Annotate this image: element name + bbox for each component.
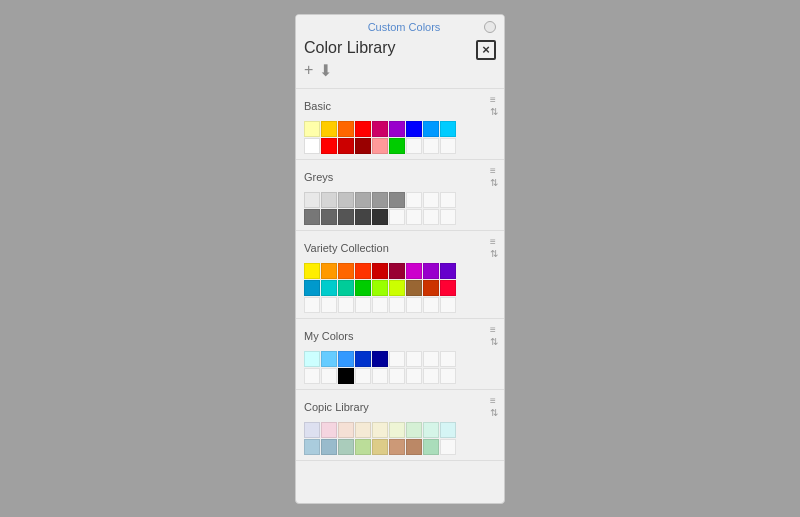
color-swatch[interactable]: [372, 439, 388, 455]
color-swatch[interactable]: [304, 439, 320, 455]
color-swatch-empty[interactable]: [372, 368, 388, 384]
color-swatch-empty[interactable]: [423, 351, 439, 367]
color-swatch[interactable]: [338, 439, 354, 455]
color-swatch-empty[interactable]: [440, 368, 456, 384]
color-swatch-empty[interactable]: [440, 439, 456, 455]
variety-expand-icon[interactable]: ⇅: [490, 249, 498, 259]
color-swatch[interactable]: [423, 439, 439, 455]
color-swatch[interactable]: [355, 422, 371, 438]
color-swatch[interactable]: [389, 439, 405, 455]
color-swatch-empty[interactable]: [406, 351, 422, 367]
color-swatch-empty[interactable]: [372, 297, 388, 313]
color-swatch[interactable]: [389, 138, 405, 154]
color-swatch-empty[interactable]: [355, 368, 371, 384]
color-swatch[interactable]: [372, 192, 388, 208]
color-swatch[interactable]: [355, 192, 371, 208]
color-swatch-empty[interactable]: [389, 209, 405, 225]
color-swatch[interactable]: [355, 209, 371, 225]
close-button[interactable]: ×: [476, 40, 496, 60]
color-swatch[interactable]: [321, 263, 337, 279]
color-swatch-empty[interactable]: [423, 368, 439, 384]
circle-button[interactable]: [484, 21, 496, 33]
color-swatch[interactable]: [338, 351, 354, 367]
add-icon[interactable]: +: [304, 61, 313, 80]
color-swatch[interactable]: [440, 422, 456, 438]
color-swatch[interactable]: [389, 192, 405, 208]
color-swatch-empty[interactable]: [440, 351, 456, 367]
color-swatch[interactable]: [304, 351, 320, 367]
color-swatch[interactable]: [321, 351, 337, 367]
color-swatch[interactable]: [338, 209, 354, 225]
color-swatch-empty[interactable]: [406, 368, 422, 384]
color-swatch[interactable]: [321, 280, 337, 296]
color-swatch-empty[interactable]: [423, 138, 439, 154]
greys-expand-icon[interactable]: ⇅: [490, 178, 498, 188]
color-swatch[interactable]: [372, 280, 388, 296]
color-swatch[interactable]: [304, 263, 320, 279]
color-swatch-empty[interactable]: [304, 368, 320, 384]
basic-menu-icon[interactable]: ≡: [490, 95, 498, 105]
color-swatch[interactable]: [389, 280, 405, 296]
color-swatch-empty[interactable]: [406, 209, 422, 225]
color-swatch[interactable]: [338, 192, 354, 208]
color-swatch-empty[interactable]: [406, 138, 422, 154]
color-swatch[interactable]: [372, 263, 388, 279]
color-swatch[interactable]: [389, 121, 405, 137]
color-swatch[interactable]: [338, 368, 354, 384]
color-swatch[interactable]: [321, 121, 337, 137]
color-swatch[interactable]: [423, 280, 439, 296]
color-swatch[interactable]: [355, 138, 371, 154]
color-swatch-empty[interactable]: [423, 192, 439, 208]
color-swatch[interactable]: [355, 351, 371, 367]
color-swatch[interactable]: [304, 209, 320, 225]
download-icon[interactable]: ⬇: [319, 61, 332, 80]
color-swatch[interactable]: [372, 121, 388, 137]
color-swatch-empty[interactable]: [389, 297, 405, 313]
color-swatch[interactable]: [338, 138, 354, 154]
color-swatch[interactable]: [338, 422, 354, 438]
color-swatch[interactable]: [440, 263, 456, 279]
color-swatch-empty[interactable]: [304, 297, 320, 313]
color-swatch[interactable]: [338, 263, 354, 279]
basic-expand-icon[interactable]: ⇅: [490, 107, 498, 117]
color-swatch-empty[interactable]: [355, 297, 371, 313]
color-swatch-empty[interactable]: [406, 192, 422, 208]
variety-menu-icon[interactable]: ≡: [490, 237, 498, 247]
color-swatch-empty[interactable]: [440, 209, 456, 225]
color-swatch[interactable]: [440, 280, 456, 296]
color-swatch[interactable]: [355, 280, 371, 296]
color-swatch-empty[interactable]: [440, 192, 456, 208]
color-swatch[interactable]: [423, 121, 439, 137]
scroll-area[interactable]: Basic ≡ ⇅: [296, 89, 504, 503]
color-swatch-empty[interactable]: [423, 209, 439, 225]
color-swatch-empty[interactable]: [389, 368, 405, 384]
color-swatch[interactable]: [304, 192, 320, 208]
copic-expand-icon[interactable]: ⇅: [490, 408, 498, 418]
color-swatch[interactable]: [338, 121, 354, 137]
color-swatch-empty[interactable]: [321, 297, 337, 313]
greys-menu-icon[interactable]: ≡: [490, 166, 498, 176]
color-swatch[interactable]: [372, 351, 388, 367]
color-swatch[interactable]: [372, 138, 388, 154]
color-swatch[interactable]: [304, 422, 320, 438]
color-swatch[interactable]: [304, 121, 320, 137]
color-swatch[interactable]: [355, 263, 371, 279]
color-swatch[interactable]: [372, 209, 388, 225]
color-swatch[interactable]: [406, 263, 422, 279]
color-swatch[interactable]: [389, 263, 405, 279]
color-swatch[interactable]: [321, 138, 337, 154]
copic-menu-icon[interactable]: ≡: [490, 396, 498, 406]
color-swatch[interactable]: [304, 138, 320, 154]
color-swatch-empty[interactable]: [338, 297, 354, 313]
color-swatch[interactable]: [321, 439, 337, 455]
color-swatch[interactable]: [406, 439, 422, 455]
color-swatch[interactable]: [355, 121, 371, 137]
color-swatch[interactable]: [423, 263, 439, 279]
color-swatch[interactable]: [406, 121, 422, 137]
color-swatch[interactable]: [423, 422, 439, 438]
mycolors-menu-icon[interactable]: ≡: [490, 325, 498, 335]
color-swatch[interactable]: [355, 439, 371, 455]
color-swatch[interactable]: [321, 192, 337, 208]
mycolors-expand-icon[interactable]: ⇅: [490, 337, 498, 347]
color-swatch[interactable]: [406, 422, 422, 438]
